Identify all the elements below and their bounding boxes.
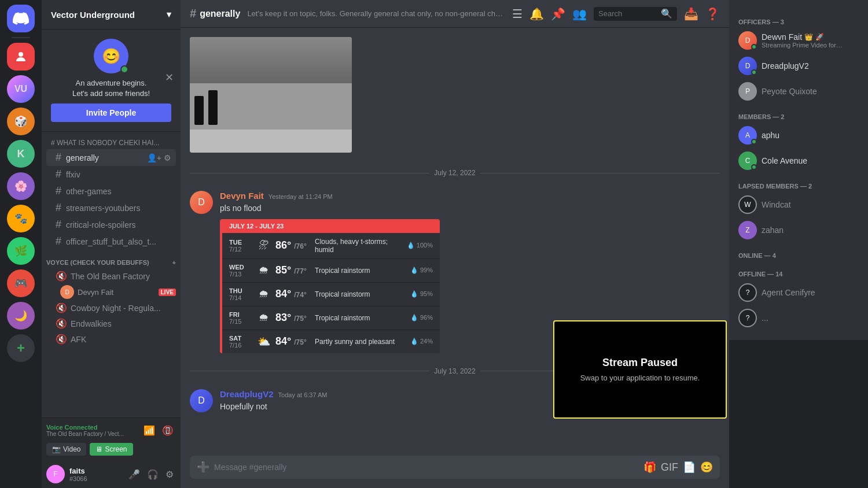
stream-paused-title: Stream Paused: [602, 357, 678, 369]
speaker-icon: 🔇: [56, 318, 67, 329]
close-panel-button[interactable]: ✕: [165, 71, 174, 84]
server-icon-7[interactable]: 🌿: [7, 237, 35, 265]
member-item-offline-2[interactable]: ? ...: [734, 305, 863, 331]
server-icon-6[interactable]: 🐾: [7, 205, 35, 232]
server-icon-8[interactable]: 🎮: [7, 269, 35, 297]
help-icon[interactable]: ❓: [705, 7, 720, 21]
channel-item-officer-stuff[interactable]: # officer_stuff_but_also_t...: [46, 233, 176, 250]
user-controls: 🎤 🎧 ⚙: [126, 467, 176, 482]
member-item-devyn[interactable]: D Dewvn Fait 👑 🚀 Streaming Prime Video f…: [734, 28, 863, 53]
threads-icon[interactable]: ☰: [512, 7, 523, 21]
voice-channel-cowboy[interactable]: 🔇 Cowboy Night - Regula...: [46, 300, 176, 316]
headset-icon[interactable]: 🎧: [145, 467, 161, 482]
members-icon[interactable]: 👥: [572, 7, 587, 21]
member-avatar-cole: C: [738, 151, 757, 170]
hash-icon: #: [56, 202, 61, 214]
member-item-offline-1[interactable]: ? Agent Cenifyre: [734, 280, 863, 305]
inbox-icon[interactable]: 📥: [684, 7, 698, 21]
member-avatar-zahan: Z: [738, 221, 757, 239]
voice-channel-afk[interactable]: 🔇 AFK: [46, 331, 176, 347]
voice-channel-label-cowboy: Cowboy Night - Regula...: [71, 304, 161, 313]
settings-icon[interactable]: ⚙: [163, 467, 176, 482]
channel-header: # generally Let's keep it on topic, folk…: [181, 0, 729, 28]
emoji-icon[interactable]: 😊: [700, 461, 713, 474]
right-sidebar: OFFICERS — 3 D Dewvn Fait 👑 🚀 Streaming …: [729, 0, 868, 340]
member-item-cole[interactable]: C Cole Avenue: [734, 148, 863, 173]
muted-icon[interactable]: 🔔: [529, 7, 544, 21]
search-input[interactable]: [598, 9, 657, 18]
member-name-offline-2: ...: [762, 313, 768, 323]
member-item-aphu[interactable]: A aphu: [734, 123, 863, 148]
stream-paused-overlay: Stream Paused Swap to your application t…: [553, 320, 727, 419]
member-avatar-devyn: D: [738, 31, 757, 50]
server-icon-5[interactable]: 🌸: [7, 172, 35, 200]
category-voyce[interactable]: VOYCE (CHECK YOUR DEBUFFS) +: [42, 250, 181, 268]
member-status-devyn: Streaming Prime Video for Wi...: [762, 42, 843, 49]
boost-icon: 🚀: [815, 33, 824, 41]
member-item-dreadplug[interactable]: D DreadplugV2: [734, 53, 863, 79]
channel-item-streamers[interactable]: # streamers-youtubers: [46, 199, 176, 216]
channel-item-critical-role[interactable]: # critical-role-spoilers: [46, 216, 176, 233]
member-avatar-offline-2: ?: [738, 309, 757, 327]
crown-icon: 👑: [804, 33, 813, 41]
weather-row-fri: FRI7/15 🌧 83° /75° Tropical rainstorm 💧 …: [222, 306, 440, 330]
invite-people-button[interactable]: Invite People: [51, 103, 171, 122]
server-header[interactable]: Vector Underground ▾: [42, 0, 181, 29]
member-item-windcat[interactable]: W Windcat: [734, 192, 863, 217]
voice-user-avatar: D: [60, 285, 74, 299]
member-item-peyote[interactable]: P Peyote Quixote: [734, 79, 863, 104]
weather-row-sat: SAT7/16 ⛅ 84° /75° Partly sunny and plea…: [222, 330, 440, 353]
hash-icon: #: [56, 185, 61, 197]
server-icon-1[interactable]: [7, 43, 35, 71]
add-channel-icon[interactable]: +: [172, 259, 176, 266]
gif-icon[interactable]: GIF: [661, 461, 678, 474]
truncated-channel-item: # WHAT IS NOBODY CHEKI HAI...: [42, 136, 181, 149]
voice-channel-endwalkies[interactable]: 🔇 Endwalkies: [46, 316, 176, 331]
weather-embed: JULY 12 - JULY 23 TUE7/12 ⛈ 86° /76° Clo…: [220, 219, 440, 353]
member-avatar-dreadplug: D: [738, 57, 757, 75]
server-icon-9[interactable]: 🌙: [7, 302, 35, 330]
server-icon-add[interactable]: +: [7, 334, 35, 362]
server-icon-2[interactable]: VU: [7, 75, 35, 103]
member-name-offline-1: Agent Cenifyre: [762, 288, 815, 297]
video-button[interactable]: 📷 Video: [46, 443, 86, 456]
voice-settings-icon[interactable]: 📶: [141, 423, 157, 438]
add-attachment-icon[interactable]: ➕: [197, 461, 209, 474]
gear-icon[interactable]: ⚙: [164, 153, 171, 162]
gift-icon[interactable]: 🎁: [643, 461, 656, 474]
hash-icon: #: [56, 151, 61, 164]
message-avatar-dreadplug: D: [190, 389, 213, 412]
channel-item-ffxiv[interactable]: # ffxiv: [46, 166, 176, 183]
live-badge: LIVE: [159, 289, 176, 296]
screen-button[interactable]: 🖥 Screen: [90, 443, 133, 456]
message-input[interactable]: [214, 456, 639, 479]
category-offline: OFFLINE — 14: [734, 261, 863, 280]
member-name-devyn: Dewvn Fait: [762, 32, 802, 42]
channel-item-other-games[interactable]: # other-games: [46, 183, 176, 199]
voice-channel-bean-factory[interactable]: 🔇 The Old Bean Factory: [46, 268, 176, 284]
add-friends-text: An adventure begins. Let's add some frie…: [72, 78, 150, 99]
voice-channel-label-afk: AFK: [71, 335, 86, 344]
voice-user-devyn[interactable]: D Devyn Fait LIVE: [42, 284, 181, 300]
video-thumbnail-container: [190, 37, 720, 153]
voice-user-name: Devyn Fait: [78, 288, 113, 297]
add-member-icon[interactable]: 👤+: [147, 153, 161, 162]
channel-list: # WHAT IS NOBODY CHEKI HAI... # generall…: [42, 132, 181, 417]
online-dot: [751, 69, 757, 75]
disconnect-icon[interactable]: 📵: [160, 423, 176, 438]
server-icon-4[interactable]: K: [7, 140, 35, 168]
pin-icon[interactable]: 📌: [551, 7, 565, 21]
voice-connected-location: The Old Bean Factory / Vect...: [46, 431, 124, 437]
mute-icon[interactable]: 🎤: [126, 467, 142, 482]
member-item-zahan[interactable]: Z zahan: [734, 217, 863, 243]
server-icon-3[interactable]: 🎲: [7, 108, 35, 135]
right-sidebar-container: OFFICERS — 3 D Dewvn Fait 👑 🚀 Streaming …: [729, 0, 868, 488]
channel-label-other-games: other-games: [66, 187, 112, 196]
sticker-icon[interactable]: 📄: [683, 461, 696, 474]
add-friends-avatar: 😊: [94, 39, 128, 73]
channel-item-generally[interactable]: # generally 👤+ ⚙: [46, 149, 176, 166]
search-icon[interactable]: 🔍: [661, 8, 672, 19]
server-icon-discord[interactable]: [7, 5, 35, 32]
category-online: ONLINE — 4: [734, 243, 863, 261]
screen-icon: 🖥: [95, 445, 102, 453]
